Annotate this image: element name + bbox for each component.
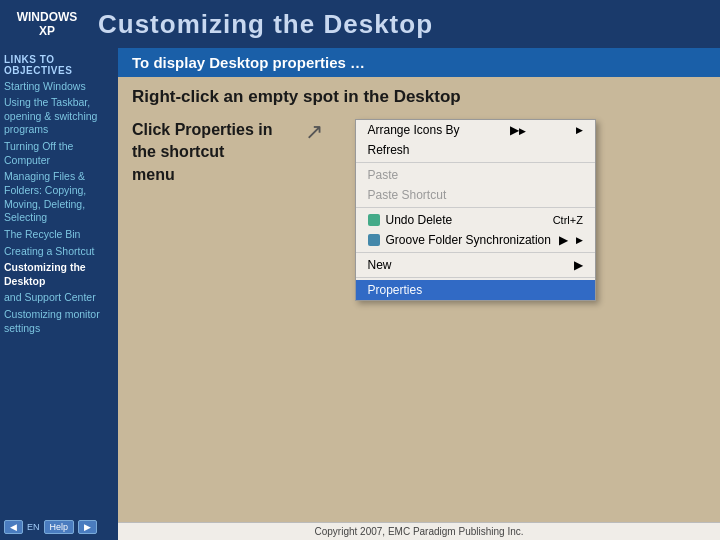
ctx-sep-1 — [356, 162, 595, 163]
undo-delete-icon — [368, 214, 380, 226]
right-click-instruction: Right-click an empty spot in the Desktop — [132, 87, 706, 107]
sidebar: LINKS TOOBJECTIVES Starting Windows Usin… — [0, 48, 118, 540]
help-button[interactable]: Help — [44, 520, 75, 534]
sidebar-item-starting-windows[interactable]: Starting Windows — [4, 80, 114, 94]
sidebar-item-support-center[interactable]: and Support Center — [4, 291, 114, 305]
ctx-arrange-icons[interactable]: Arrange Icons By ▶ — [356, 120, 595, 140]
ctx-refresh[interactable]: Refresh — [356, 140, 595, 160]
ctx-paste-shortcut[interactable]: Paste Shortcut — [356, 185, 595, 205]
sidebar-section-label: LINKS TOOBJECTIVES — [4, 54, 114, 76]
ctx-properties[interactable]: Properties — [356, 280, 595, 300]
sidebar-item-taskbar[interactable]: Using the Taskbar, opening & switching p… — [4, 96, 114, 137]
page-title: Customizing the Desktop — [98, 9, 433, 40]
click-instruction: Click Properties in the shortcut menu — [132, 119, 273, 186]
header: WINDOWS XP Customizing the Desktop — [0, 0, 720, 48]
ctx-refresh-label: Refresh — [368, 143, 410, 157]
body-area: LINKS TOOBJECTIVES Starting Windows Usin… — [0, 48, 720, 540]
copyright-text: Copyright 2007, EMC Paradigm Publishing … — [315, 526, 524, 537]
footer: Copyright 2007, EMC Paradigm Publishing … — [118, 522, 720, 540]
ctx-new-label: New — [368, 258, 392, 272]
ctx-arrange-icons-arrow: ▶ — [510, 123, 526, 137]
content-row: Click Properties in the shortcut menu ↗ … — [132, 119, 706, 301]
ctx-properties-label: Properties — [368, 283, 423, 297]
sidebar-item-monitor-settings[interactable]: Customizing monitor settings — [4, 308, 114, 335]
ctx-sep-4 — [356, 277, 595, 278]
ctx-undo-delete[interactable]: Undo Delete Ctrl+Z — [356, 210, 595, 230]
ctx-paste-shortcut-label: Paste Shortcut — [368, 188, 447, 202]
context-menu: Arrange Icons By ▶ Refresh Paste Paste S… — [355, 119, 596, 301]
ctx-sep-3 — [356, 252, 595, 253]
sidebar-item-customizing-desktop[interactable]: Customizing the Desktop — [4, 261, 114, 288]
sidebar-item-managing-files[interactable]: Managing Files & Folders: Copying, Movin… — [4, 170, 114, 225]
ctx-new-arrow: ▶ — [574, 258, 583, 272]
main-content: To display Desktop properties … Right-cl… — [118, 48, 720, 540]
sidebar-item-shortcut[interactable]: Creating a Shortcut — [4, 245, 114, 259]
ctx-groove-label: Groove Folder Synchronization — [386, 233, 551, 247]
ctx-sep-2 — [356, 207, 595, 208]
ctx-undo-delete-label: Undo Delete — [386, 213, 453, 227]
ctx-arrange-icons-label: Arrange Icons By — [368, 123, 460, 137]
ctx-undo-shortcut: Ctrl+Z — [553, 214, 583, 226]
sidebar-item-turning-off[interactable]: Turning Off the Computer — [4, 140, 114, 167]
app-name: WINDOWS XP — [12, 10, 82, 39]
content-area: Right-click an empty spot in the Desktop… — [118, 77, 720, 522]
section-title-bar: To display Desktop properties … — [118, 48, 720, 77]
sidebar-item-recycle-bin[interactable]: The Recycle Bin — [4, 228, 114, 242]
ctx-groove[interactable]: Groove Folder Synchronization ▶ — [356, 230, 595, 250]
back-button[interactable]: ◀ — [4, 520, 23, 534]
ctx-new[interactable]: New ▶ — [356, 255, 595, 275]
ctx-paste-label: Paste — [368, 168, 399, 182]
ctx-groove-arrow: ▶ — [559, 233, 568, 247]
arrow-indicator: ↗ — [305, 119, 323, 145]
groove-icon — [368, 234, 380, 246]
sidebar-bottom: ◀ EN Help ▶ — [4, 516, 114, 534]
lang-label: EN — [27, 522, 40, 532]
ctx-paste[interactable]: Paste — [356, 165, 595, 185]
forward-button[interactable]: ▶ — [78, 520, 97, 534]
